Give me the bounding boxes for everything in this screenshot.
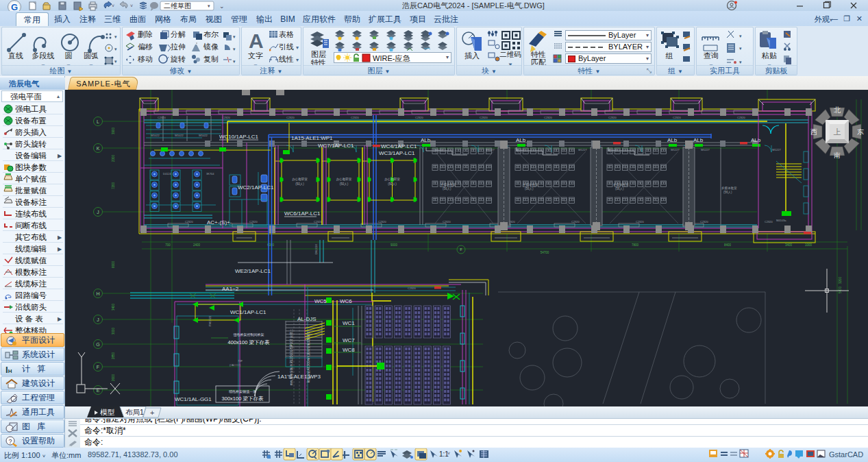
svg-text:C2320: C2320 xyxy=(737,116,746,119)
svg-text:▾: ▾ xyxy=(114,47,117,51)
svg-text:H: H xyxy=(96,291,99,296)
svg-text:ALb: ALb xyxy=(421,137,431,143)
svg-text:(56人): (56人) xyxy=(443,187,451,191)
svg-text:C2320: C2320 xyxy=(378,220,387,223)
svg-text:C2320: C2320 xyxy=(544,116,553,119)
svg-text:WC2/1AP-LC1: WC2/1AP-LC1 xyxy=(238,184,274,191)
svg-text:F: F xyxy=(460,247,462,252)
svg-text:54700: 54700 xyxy=(541,251,549,254)
svg-text:C2320: C2320 xyxy=(608,116,617,119)
svg-text:二维草图: 二维草图 xyxy=(164,2,191,10)
svg-text:A: A xyxy=(249,30,264,51)
svg-text:400x100 梁下存表: 400x100 梁下存表 xyxy=(228,339,270,345)
svg-text:WC8: WC8 xyxy=(343,347,355,353)
svg-text:根数标注: 根数标注 xyxy=(14,268,47,276)
svg-text:多媒体教室: 多媒体教室 xyxy=(721,186,737,191)
svg-text:(56人): (56人) xyxy=(615,187,624,191)
svg-text:300x100 梁下存表: 300x100 梁下存表 xyxy=(222,396,264,402)
svg-text:设备编辑: 设备编辑 xyxy=(15,151,47,160)
svg-text:▾: ▾ xyxy=(114,34,117,39)
svg-text:W1227: W1227 xyxy=(772,148,781,151)
svg-text:(#A####): (#A####) xyxy=(230,363,241,367)
svg-text:6600: 6600 xyxy=(112,260,115,268)
svg-text:设备标注: 设备标注 xyxy=(15,198,47,206)
svg-text:700: 700 xyxy=(165,243,171,247)
svg-text:˅: ˅ xyxy=(112,3,114,8)
svg-text:FW1022: FW1022 xyxy=(208,315,212,326)
svg-text:WE2/1AP-LC1: WE2/1AP-LC1 xyxy=(235,268,271,274)
svg-text:C2320: C2320 xyxy=(443,220,451,223)
svg-text:设 备 表: 设 备 表 xyxy=(15,315,43,323)
svg-text:沿线箭头: 沿线箭头 xyxy=(15,303,47,311)
svg-text:▾: ▾ xyxy=(739,34,742,38)
svg-text:˅: ˅ xyxy=(130,3,133,8)
svg-text:2300: 2300 xyxy=(112,154,115,162)
svg-text:C2320: C2320 xyxy=(185,220,194,223)
svg-text:3K704: 3K704 xyxy=(206,172,214,175)
svg-text:▾: ▾ xyxy=(739,60,742,64)
svg-text:批量赋值: 批量赋值 xyxy=(15,186,47,195)
svg-text:C2320: C2320 xyxy=(158,116,166,119)
svg-text:G: G xyxy=(96,342,99,347)
svg-text:W1227: W1227 xyxy=(578,148,587,151)
svg-text:1A1'S-ALE1:WP3: 1A1'S-ALE1:WP3 xyxy=(277,374,321,380)
svg-text:W1227: W1227 xyxy=(671,148,680,151)
svg-text:设备布置: 设备布置 xyxy=(15,117,47,125)
svg-text:L: L xyxy=(97,119,99,124)
svg-text:C2320: C2320 xyxy=(351,116,360,119)
svg-text:C2320: C2320 xyxy=(700,220,709,223)
svg-text:W1022: W1022 xyxy=(151,134,160,137)
svg-text:W1022: W1022 xyxy=(175,134,184,137)
svg-text:8400: 8400 xyxy=(724,243,732,247)
svg-text:F: F xyxy=(97,365,99,369)
svg-text:C2320: C2320 xyxy=(286,116,295,119)
svg-text:AL-DJS: AL-DJS xyxy=(297,316,317,322)
svg-text:线缆编辑: 线缆编辑 xyxy=(15,245,47,253)
svg-text:73F: 73F xyxy=(238,359,243,363)
svg-text:1A15-ALE1:WP1: 1A15-ALE1:WP1 xyxy=(291,135,333,141)
svg-text:3900: 3900 xyxy=(112,127,115,134)
svg-text:C2320: C2320 xyxy=(673,116,682,119)
svg-text:上: 上 xyxy=(834,127,841,136)
svg-text:▶: ▶ xyxy=(58,153,62,159)
svg-text:W1227: W1227 xyxy=(486,148,495,151)
svg-text:线缆赋值: 线缆赋值 xyxy=(15,256,47,265)
svg-text:7800: 7800 xyxy=(632,243,639,247)
svg-text:5470: 5470 xyxy=(839,286,842,293)
svg-text:C2320: C2320 xyxy=(571,220,580,223)
svg-text:模型: 模型 xyxy=(100,408,115,416)
svg-text:WC10/1AP-LC1: WC10/1AP-LC1 xyxy=(219,134,258,140)
svg-text:⌄: ⌄ xyxy=(219,3,225,10)
svg-text:WC1/1AL-GG1: WC1/1AL-GG1 xyxy=(175,396,212,402)
svg-text:3000: 3000 xyxy=(112,327,115,335)
svg-text:M4103a: M4103a xyxy=(776,219,786,222)
svg-text:C2320: C2320 xyxy=(480,116,488,119)
svg-text:AA1~2: AA1~2 xyxy=(222,286,239,292)
svg-text:其它布线: 其它布线 xyxy=(15,233,47,241)
svg-text:▶: ▶ xyxy=(58,246,62,252)
svg-text:3400: 3400 xyxy=(112,303,115,311)
svg-text:WC1/1AP-LC1: WC1/1AP-LC1 xyxy=(230,309,266,315)
svg-text:C2320: C2320 xyxy=(415,116,424,119)
svg-text:3200: 3200 xyxy=(839,276,842,284)
svg-text:连续布线: 连续布线 xyxy=(15,210,47,218)
svg-text:WC4/1AP-LC1: WC4/1AP-LC1 xyxy=(381,143,417,149)
svg-text:D0124: D0124 xyxy=(163,172,172,175)
svg-text:▾: ▾ xyxy=(233,47,236,51)
svg-text:东: 东 xyxy=(857,128,864,136)
svg-text:WC6/1AP-LC1: WC6/1AP-LC1 xyxy=(284,210,321,217)
svg-text:多媒体教室: 多媒体教室 xyxy=(441,182,456,187)
svg-text:强电桥架控制间桥架: 强电桥架控制间桥架 xyxy=(234,332,264,337)
svg-text:9000: 9000 xyxy=(390,243,398,247)
svg-text:▾: ▾ xyxy=(233,34,236,39)
svg-text:2600: 2600 xyxy=(112,374,115,381)
svg-text:▾: ▾ xyxy=(114,59,117,64)
svg-text:C2320: C2320 xyxy=(636,220,645,223)
svg-text:回路编号: 回路编号 xyxy=(15,291,47,300)
svg-text:?: ? xyxy=(9,438,12,445)
svg-text:▾: ▾ xyxy=(208,3,210,8)
svg-text:ALb: ALb xyxy=(516,137,526,143)
svg-text:DN1024: DN1024 xyxy=(314,244,318,254)
svg-text:C2320: C2320 xyxy=(222,116,231,119)
svg-text:AC+-(S)+-: AC+-(S)+- xyxy=(207,219,232,226)
